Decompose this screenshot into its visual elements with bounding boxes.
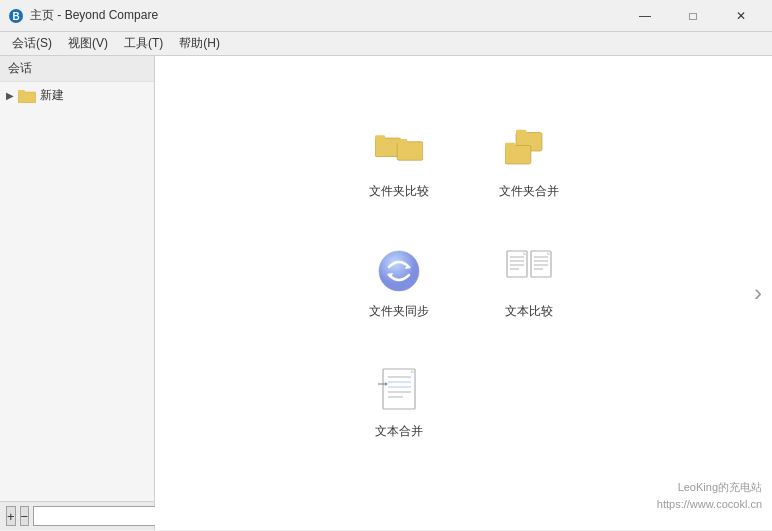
window-controls: — □ ✕ [622, 0, 764, 32]
folder-merge-label: 文件夹合并 [499, 183, 559, 200]
folder-compare-icon [375, 127, 423, 175]
text-compare-label: 文本比较 [505, 303, 553, 320]
remove-session-button[interactable]: − [20, 506, 30, 526]
text-merge-icon [375, 367, 423, 415]
watermark: LeoKing的充电站 https://www.cocokl.cn [657, 479, 762, 512]
svg-rect-4 [18, 90, 25, 94]
svg-rect-14 [505, 145, 531, 163]
sidebar-footer: + − [0, 501, 154, 530]
watermark-line2: https://www.cocokl.cn [657, 496, 762, 513]
minimize-button[interactable]: — [622, 0, 668, 32]
folder-sync-item[interactable]: 文件夹同步 [339, 228, 459, 338]
window-title: 主页 - Beyond Compare [30, 7, 622, 24]
expand-arrow-icon: ▶ [6, 90, 18, 101]
svg-rect-7 [375, 135, 385, 140]
folder-icon [18, 89, 36, 103]
add-session-button[interactable]: + [6, 506, 16, 526]
menu-tools[interactable]: 工具(T) [116, 33, 171, 54]
icon-grid: 文件夹比较 文件夹合并 [334, 103, 594, 463]
text-compare-item[interactable]: 文本比较 [469, 228, 589, 338]
folder-merge-item[interactable]: 文件夹合并 [469, 108, 589, 218]
svg-rect-13 [516, 129, 526, 134]
svg-point-18 [379, 251, 419, 291]
folder-merge-icon [505, 127, 553, 175]
close-button[interactable]: ✕ [718, 0, 764, 32]
sidebar-header: 会话 [0, 56, 154, 82]
chevron-right-icon[interactable]: › [754, 279, 762, 307]
svg-rect-31 [383, 369, 415, 409]
menu-session[interactable]: 会话(S) [4, 33, 60, 54]
title-bar: B 主页 - Beyond Compare — □ ✕ [0, 0, 772, 32]
svg-text:B: B [12, 11, 19, 22]
sidebar-content: ▶ 新建 [0, 82, 154, 501]
sidebar: 会话 ▶ 新建 + − [0, 56, 155, 530]
watermark-line1: LeoKing的充电站 [657, 479, 762, 496]
main-layout: 会话 ▶ 新建 + − [0, 56, 772, 530]
text-compare-icon [505, 247, 553, 295]
folder-compare-label: 文件夹比较 [369, 183, 429, 200]
folder-compare-item[interactable]: 文件夹比较 [339, 108, 459, 218]
sidebar-item-new[interactable]: ▶ 新建 [0, 84, 154, 107]
folder-sync-label: 文件夹同步 [369, 303, 429, 320]
text-merge-label: 文本合并 [375, 423, 423, 440]
menu-view[interactable]: 视图(V) [60, 33, 116, 54]
svg-rect-8 [397, 141, 423, 159]
folder-sync-icon [375, 247, 423, 295]
app-icon: B [8, 8, 24, 24]
main-content: 文件夹比较 文件夹合并 [155, 56, 772, 530]
sidebar-item-label: 新建 [40, 87, 64, 104]
svg-rect-16 [505, 142, 515, 147]
svg-rect-10 [397, 139, 407, 144]
menu-help[interactable]: 帮助(H) [171, 33, 228, 54]
menu-bar: 会话(S) 视图(V) 工具(T) 帮助(H) [0, 32, 772, 56]
maximize-button[interactable]: □ [670, 0, 716, 32]
text-merge-item[interactable]: 文本合并 [339, 348, 459, 458]
